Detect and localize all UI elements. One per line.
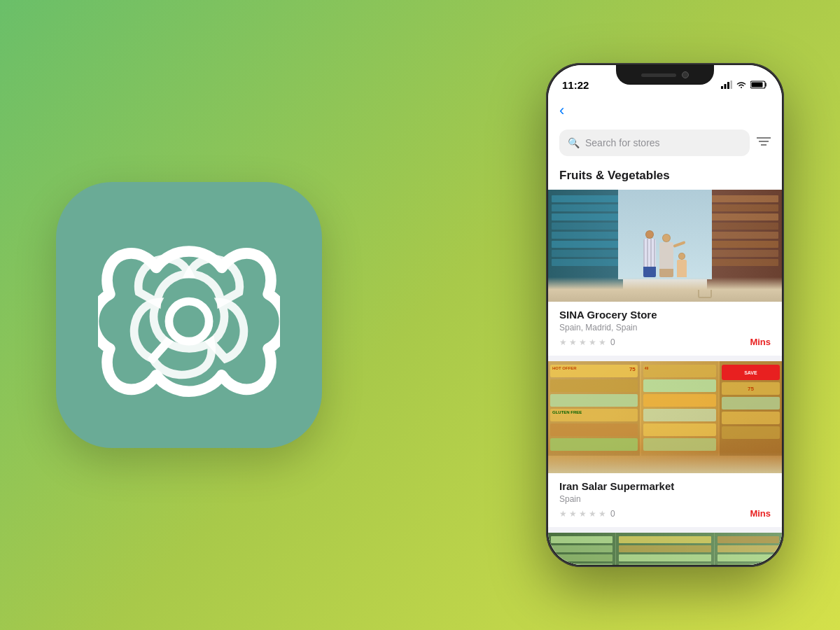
store-name-2: Iran Salar Supermarket: [559, 480, 771, 492]
store-location: Spain, Madrid, Spain: [559, 323, 771, 332]
star-1: ★: [559, 337, 567, 347]
star-3: ★: [579, 337, 587, 347]
openai-logo-icon: [98, 224, 280, 406]
phone-inner: 11:22: [548, 65, 782, 565]
back-button[interactable]: ‹: [559, 102, 564, 120]
phone-wrapper: 11:22: [546, 63, 784, 567]
phone-frame: 11:22: [546, 63, 784, 567]
store-meta-2: ★ ★ ★ ★ ★ 0 Mins: [559, 508, 771, 519]
svg-point-0: [169, 302, 209, 342]
store-name: SINA Grocery Store: [559, 309, 771, 321]
search-placeholder: Search for stores: [585, 137, 660, 148]
search-container: 🔍 Search for stores: [548, 125, 782, 163]
wifi-icon: [736, 80, 747, 89]
stores-list[interactable]: SINA Grocery Store Spain, Madrid, Spain …: [548, 190, 782, 565]
star-5: ★: [598, 509, 606, 519]
search-bar[interactable]: 🔍 Search for stores: [559, 130, 750, 156]
search-icon: 🔍: [568, 137, 580, 148]
signal-icon: [721, 80, 732, 89]
star-5: ★: [598, 337, 606, 347]
store-image-grocery: [548, 190, 782, 302]
notch-speaker: [641, 74, 676, 77]
delivery-time-2: Mins: [750, 508, 771, 519]
store-info: SINA Grocery Store Spain, Madrid, Spain …: [548, 302, 782, 356]
status-icons: [721, 80, 768, 89]
svg-rect-4: [731, 80, 733, 89]
store-location-2: Spain: [559, 494, 771, 504]
section-title: Fruits & Vegetables: [559, 169, 670, 182]
store-card[interactable]: HOT OFFER 75 GLUTEN FREE: [548, 361, 782, 527]
rating-count-2: 0: [610, 509, 615, 519]
filter-icon[interactable]: [757, 136, 771, 149]
star-4: ★: [589, 509, 596, 519]
svg-rect-1: [721, 86, 723, 89]
store-image-supermarket: HOT OFFER 75 GLUTEN FREE: [548, 361, 782, 473]
battery-icon: [750, 80, 768, 89]
store-card-3[interactable]: [548, 533, 782, 565]
star-1: ★: [559, 509, 567, 519]
rating-count: 0: [610, 337, 615, 347]
delivery-time: Mins: [750, 337, 771, 347]
star-3: ★: [579, 509, 587, 519]
notch-camera: [682, 71, 689, 78]
store-image-third: [548, 533, 782, 565]
star-4: ★: [589, 337, 596, 347]
nav-bar: ‹: [548, 96, 782, 125]
notch: [616, 65, 714, 85]
status-time: 11:22: [562, 79, 589, 91]
svg-rect-3: [727, 82, 729, 89]
status-bar: 11:22: [548, 65, 782, 96]
star-rating-2: ★ ★ ★ ★ ★ 0: [559, 509, 615, 519]
store-meta: ★ ★ ★ ★ ★ 0 Mins: [559, 337, 771, 347]
section-header: Fruits & Vegetables: [548, 163, 782, 190]
app-icon: [56, 182, 322, 448]
store-card[interactable]: SINA Grocery Store Spain, Madrid, Spain …: [548, 190, 782, 356]
star-rating: ★ ★ ★ ★ ★ 0: [559, 337, 615, 347]
app-content: ‹ 🔍 Search for stores: [548, 96, 782, 565]
star-2: ★: [569, 337, 577, 347]
star-2: ★: [569, 509, 577, 519]
svg-rect-2: [724, 84, 727, 89]
svg-rect-6: [752, 83, 763, 88]
store-info-2: Iran Salar Supermarket Spain ★ ★ ★ ★ ★ 0: [548, 473, 782, 527]
